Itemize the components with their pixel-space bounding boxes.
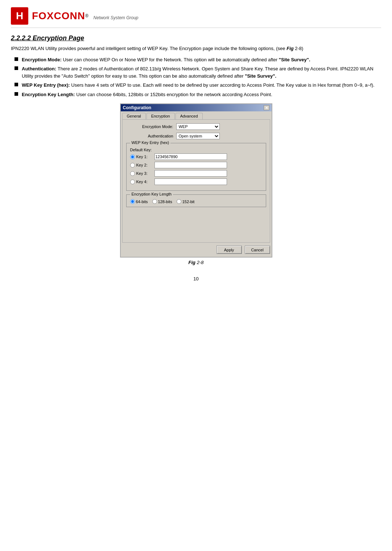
bits-128-label[interactable]: 128-bits bbox=[152, 199, 172, 204]
dialog-close-button[interactable]: ✕ bbox=[264, 105, 269, 110]
wep-key-group: WEP Key Entry (hex) Default Key: Key 1: … bbox=[126, 143, 266, 191]
bits-152-radio[interactable] bbox=[177, 199, 181, 204]
wep-key-legend: WEP Key Entry (hex) bbox=[130, 140, 171, 145]
encryption-key-length-group: Encryption Key Length 64-bits 128-bits 1… bbox=[126, 194, 266, 207]
key4-radio[interactable] bbox=[130, 180, 135, 184]
encryption-mode-select[interactable]: WEP None bbox=[176, 123, 220, 130]
encryption-mode-row: Encryption Mode: WEP None bbox=[126, 123, 266, 130]
bullet-icon bbox=[15, 57, 18, 61]
bits-64-radio[interactable] bbox=[130, 199, 135, 204]
key4-row: Key 4: bbox=[130, 178, 262, 185]
authentication-label: Authentication bbox=[126, 134, 173, 138]
dialog-titlebar: Configuration ✕ bbox=[121, 104, 272, 111]
tagline: Network System Group bbox=[93, 15, 138, 20]
bits-152-label[interactable]: 152-bit bbox=[177, 199, 195, 204]
intro-text: IPN2220 WLAN Utility provides powerful a… bbox=[11, 46, 286, 51]
dialog-tabs: General Encryption Advanced bbox=[122, 113, 270, 119]
intro-fig: Fig bbox=[286, 46, 294, 51]
page-header: H FOXCONN® Network System Group bbox=[11, 7, 381, 28]
list-item: Encryption Mode: User can choose WEP On … bbox=[15, 56, 381, 63]
list-item: Encryption Key Length: User can choose 6… bbox=[15, 91, 381, 98]
default-key-label: Default Key: bbox=[130, 148, 262, 152]
fig-caption: Fig 2-8 bbox=[189, 260, 204, 265]
dialog-footer: Apply Cancel bbox=[121, 244, 272, 257]
list-item: WEP Key Entry (hex): Users have 4 sets o… bbox=[15, 82, 381, 89]
intro-end: 2-8) bbox=[294, 46, 304, 51]
dialog-title: Configuration bbox=[123, 105, 152, 110]
authentication-select[interactable]: Open system Shared Key Auto Switch bbox=[176, 133, 220, 139]
tab-advanced[interactable]: Advanced bbox=[176, 113, 203, 119]
bullet-text: WEP Key Entry (hex): Users have 4 sets o… bbox=[22, 82, 375, 89]
fig-label: Fig bbox=[189, 260, 196, 265]
feature-list: Encryption Mode: User can choose WEP On … bbox=[15, 56, 381, 98]
key1-row: Key 1: bbox=[130, 153, 262, 160]
bullet-text: Encryption Key Length: User can choose 6… bbox=[22, 91, 272, 98]
bullet-text: Encryption Mode: User can choose WEP On … bbox=[22, 56, 310, 63]
page-title: 2.2.2.2 Encryption Page bbox=[11, 34, 381, 42]
tab-general[interactable]: General bbox=[122, 113, 146, 119]
authentication-row: Authentication Open system Shared Key Au… bbox=[126, 133, 266, 139]
bullet-icon bbox=[15, 92, 18, 96]
logo-reg: ® bbox=[85, 13, 88, 18]
logo-brand: FOXCONN® Network System Group bbox=[32, 10, 139, 22]
logo-name: FOXCONN bbox=[32, 10, 85, 21]
key1-label: Key 1: bbox=[136, 155, 154, 159]
key4-label: Key 4: bbox=[136, 180, 154, 184]
key3-radio[interactable] bbox=[130, 171, 135, 176]
logo-box: H bbox=[11, 7, 28, 25]
encryption-mode-label: Encryption Mode: bbox=[126, 124, 173, 129]
bits-128-radio[interactable] bbox=[152, 199, 157, 204]
bullet-icon bbox=[15, 66, 18, 70]
dialog-body: Encryption Mode: WEP None Authentication… bbox=[122, 119, 270, 243]
apply-button[interactable]: Apply bbox=[216, 246, 242, 254]
key1-radio[interactable] bbox=[130, 155, 135, 159]
bits-options-row: 64-bits 128-bits 152-bit bbox=[130, 199, 262, 204]
key3-row: Key 3: bbox=[130, 170, 262, 177]
key2-row: Key 2: bbox=[130, 162, 262, 168]
bullet-icon bbox=[15, 83, 18, 86]
fig-number: 2-8 bbox=[197, 260, 204, 265]
key3-input[interactable] bbox=[154, 170, 227, 177]
key3-label: Key 3: bbox=[136, 171, 154, 176]
intro-paragraph: IPN2220 WLAN Utility provides powerful a… bbox=[11, 45, 381, 53]
bits-64-label[interactable]: 64-bits bbox=[130, 199, 148, 204]
key1-input[interactable] bbox=[154, 153, 227, 160]
figure-container: Configuration ✕ General Encryption Advan… bbox=[11, 103, 381, 265]
list-item: Authentication: There are 2 modes of Aut… bbox=[15, 65, 381, 79]
key4-input[interactable] bbox=[154, 178, 227, 185]
logo-letter: H bbox=[16, 10, 23, 22]
key2-label: Key 2: bbox=[136, 163, 154, 167]
key2-input[interactable] bbox=[154, 162, 227, 168]
configuration-dialog: Configuration ✕ General Encryption Advan… bbox=[120, 103, 272, 258]
cancel-button[interactable]: Cancel bbox=[245, 246, 270, 254]
enc-key-length-legend: Encryption Key Length bbox=[130, 192, 173, 196]
bullet-text: Authentication: There are 2 modes of Aut… bbox=[22, 65, 381, 79]
tab-encryption[interactable]: Encryption bbox=[147, 113, 175, 119]
page-number: 10 bbox=[11, 276, 381, 281]
key2-radio[interactable] bbox=[130, 163, 135, 168]
